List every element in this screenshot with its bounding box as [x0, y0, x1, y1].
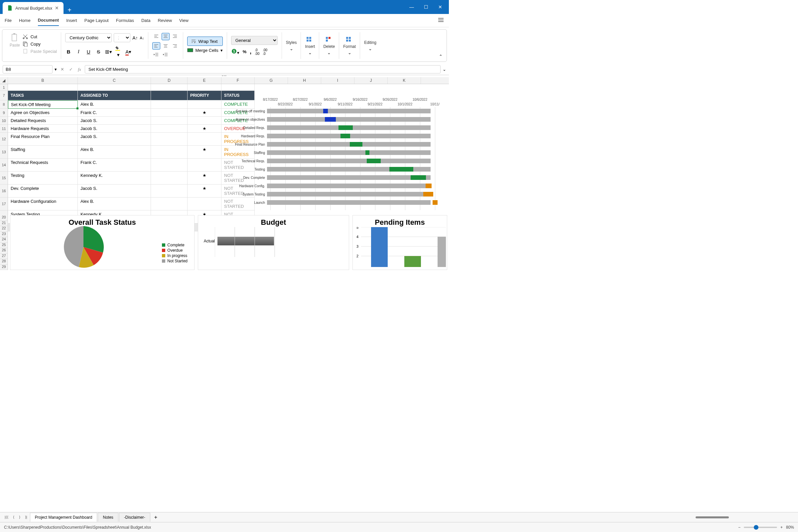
cancel-formula-icon[interactable]: ✕	[59, 67, 65, 72]
increase-font-icon[interactable]: A↑	[132, 35, 138, 41]
close-tab-icon[interactable]: ✕	[55, 5, 59, 11]
strikethrough-button[interactable]: S	[95, 49, 102, 55]
row-header[interactable]: 14	[0, 158, 8, 172]
col-header[interactable]: C	[78, 77, 151, 84]
fill-color-button[interactable]: ▾	[115, 45, 122, 58]
task-cell[interactable]: Hardware Configuration	[8, 197, 78, 210]
priority-cell[interactable]	[188, 158, 222, 172]
row-header[interactable]: 22	[0, 226, 8, 232]
expand-formula-icon[interactable]: ⌄	[442, 67, 446, 72]
col-header[interactable]: D	[151, 77, 188, 84]
menu-formulas[interactable]: Formulas	[116, 15, 134, 25]
table-header[interactable]: PRIORITY	[188, 91, 222, 100]
bold-button[interactable]: B	[65, 49, 72, 55]
paste-button[interactable]: Paste	[10, 33, 20, 58]
row-header[interactable]: 17	[0, 197, 8, 210]
row-header[interactable]: 29	[0, 265, 8, 270]
assigned-cell[interactable]: Alex B.	[78, 100, 151, 109]
comma-button[interactable]: ,	[250, 48, 251, 55]
row-header[interactable]: 21	[0, 221, 8, 226]
row-header[interactable]: 25	[0, 243, 8, 248]
align-center[interactable]	[162, 42, 170, 50]
italic-button[interactable]: I	[75, 49, 82, 55]
row-header[interactable]: 8	[0, 100, 8, 109]
col-header[interactable]: B	[8, 77, 78, 84]
select-all-corner[interactable]: ◢	[0, 77, 8, 84]
menu-insert[interactable]: Insert	[66, 15, 77, 25]
delete-group[interactable]: Delete⌄	[319, 32, 339, 59]
menu-review[interactable]: Review	[158, 15, 172, 25]
increase-decimal-button[interactable]: .0.00	[255, 48, 259, 56]
new-tab-button[interactable]: +	[68, 6, 72, 14]
decrease-decimal-button[interactable]: .00.0	[263, 48, 267, 56]
row-header[interactable]: 1	[0, 84, 8, 91]
task-cell[interactable]: Testing	[8, 172, 78, 185]
col-header[interactable]: G	[255, 77, 288, 84]
task-cell[interactable]: Staffing	[8, 146, 78, 158]
styles-group[interactable]: Styles⌄	[282, 32, 301, 59]
wrap-text-button[interactable]: Wrap Text	[187, 37, 223, 46]
font-color-button[interactable]: A▾	[125, 49, 132, 55]
assigned-cell[interactable]: Jacob S.	[78, 125, 151, 133]
priority-cell[interactable]	[188, 197, 222, 210]
task-cell[interactable]: Agree on Objectives	[8, 109, 78, 117]
priority-cell[interactable]: ★	[188, 125, 222, 133]
number-format-select[interactable]: General	[231, 36, 278, 45]
priority-cell[interactable]: ★	[188, 109, 222, 117]
close-window-icon[interactable]: ✕	[438, 4, 442, 10]
priority-cell[interactable]: ★	[188, 146, 222, 158]
align-top-left[interactable]	[152, 33, 160, 40]
priority-cell[interactable]	[188, 117, 222, 125]
menu-view[interactable]: View	[179, 15, 189, 25]
menu-home[interactable]: Home	[19, 15, 31, 25]
col-header[interactable]: K	[388, 77, 421, 84]
row-header[interactable]: 20	[0, 215, 8, 221]
menu-page-layout[interactable]: Page Layout	[84, 15, 109, 25]
decrease-font-icon[interactable]: A↓	[140, 36, 144, 40]
insert-group[interactable]: Insert⌄	[301, 32, 319, 59]
align-top-right[interactable]	[171, 33, 179, 40]
task-cell[interactable]: Hardware Requests	[8, 125, 78, 133]
menu-file[interactable]: File	[5, 15, 12, 25]
accept-formula-icon[interactable]: ✓	[68, 67, 74, 72]
priority-cell[interactable]	[188, 100, 222, 109]
row-header[interactable]: 12	[0, 133, 8, 146]
editing-group[interactable]: Editing⌄	[360, 32, 380, 59]
align-left[interactable]	[152, 42, 160, 50]
row-header[interactable]: 7	[0, 91, 8, 100]
priority-cell[interactable]	[188, 133, 222, 146]
underline-button[interactable]: U	[85, 49, 92, 55]
col-header[interactable]: I	[321, 77, 355, 84]
table-header[interactable]	[151, 91, 188, 100]
font-size-select[interactable]: 10	[114, 33, 130, 42]
task-cell[interactable]: Detailed Requests	[8, 117, 78, 125]
col-header[interactable]: F	[222, 77, 255, 84]
percent-button[interactable]: %	[243, 49, 247, 54]
assigned-cell[interactable]: Alex B.	[78, 146, 151, 158]
increase-indent[interactable]	[162, 51, 170, 58]
col-header[interactable]: H	[288, 77, 321, 84]
assigned-cell[interactable]: Jacob S.	[78, 185, 151, 197]
row-header[interactable]: 15	[0, 172, 8, 185]
task-cell[interactable]: Final Resource Plan	[8, 133, 78, 146]
table-header[interactable]: ASSIGNED TO	[78, 91, 151, 100]
format-group[interactable]: Format⌄	[339, 32, 360, 59]
font-family-select[interactable]: Century Gothic	[65, 33, 112, 42]
row-header[interactable]: 23	[0, 232, 8, 238]
task-cell[interactable]: Dev. Complete	[8, 185, 78, 197]
col-header[interactable]: J	[355, 77, 388, 84]
row-header[interactable]: 16	[0, 185, 8, 197]
merge-cells-button[interactable]: Merge Cells ▾	[187, 46, 223, 55]
decrease-indent[interactable]	[152, 51, 160, 58]
table-header[interactable]: TASKS	[8, 91, 78, 100]
assigned-cell[interactable]: Frank C.	[78, 109, 151, 117]
task-cell[interactable]: Technical Requests	[8, 158, 78, 172]
align-right[interactable]	[171, 42, 179, 50]
assigned-cell[interactable]: Jacob S.	[78, 117, 151, 125]
priority-cell[interactable]: ★	[188, 172, 222, 185]
borders-button[interactable]: ⊞▾	[105, 49, 112, 55]
maximize-icon[interactable]: ☐	[424, 4, 428, 10]
row-header[interactable]: 28	[0, 259, 8, 265]
collapse-ribbon-icon[interactable]: ⌃	[439, 54, 442, 59]
assigned-cell[interactable]: Alex B.	[78, 197, 151, 210]
